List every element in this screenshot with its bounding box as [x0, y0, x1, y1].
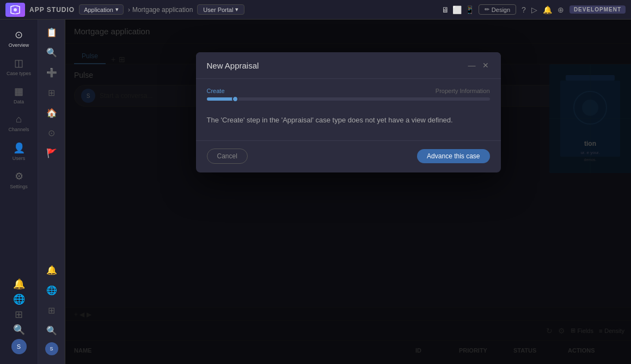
- channels-icon: ⌂: [16, 114, 22, 125]
- modal-header: New Appraisal — ✕: [196, 52, 501, 79]
- modal-close-button[interactable]: ✕: [481, 60, 490, 71]
- topbar-right: ✏ Design ? ▷ 🔔 ⊕ DEVELOPMENT: [479, 4, 626, 15]
- grid-icon[interactable]: ⊞: [15, 309, 23, 320]
- chevron-down-icon: ▾: [115, 6, 119, 13]
- topbar: APP STUDIO Application ▾ › Mortgage appl…: [0, 0, 631, 20]
- breadcrumb: › Mortgage application: [128, 6, 193, 14]
- users-icon: 👤: [13, 142, 25, 154]
- application-dropdown[interactable]: Application ▾: [79, 4, 124, 15]
- progress-fill: [207, 97, 235, 101]
- modal-minimize-button[interactable]: —: [467, 60, 477, 71]
- ss-flag-icon[interactable]: 🚩: [43, 145, 60, 162]
- cancel-button[interactable]: Cancel: [207, 149, 248, 164]
- preview-icon[interactable]: ▷: [531, 5, 537, 14]
- sidebar-item-data[interactable]: ▦ Data: [4, 82, 34, 108]
- ss-grid-icon[interactable]: ⊞: [45, 84, 58, 101]
- progress-track: [207, 97, 490, 101]
- design-icon: ✏: [485, 6, 489, 13]
- ss-home-icon[interactable]: 🏠: [43, 104, 60, 121]
- design-button[interactable]: ✏ Design: [479, 4, 516, 15]
- ss-bell-icon[interactable]: 🔔: [43, 262, 60, 279]
- advance-case-button[interactable]: Advance this case: [417, 149, 489, 163]
- sidebar-item-casetypes[interactable]: ◫ Case types: [4, 53, 34, 79]
- second-sidebar: 📋 🔍 ➕ ⊞ 🏠 ⊙ 🚩 🔔 🌐 ⊞ 🔍 S: [38, 20, 65, 364]
- left-sidebar: ⊙ Overview ◫ Case types ▦ Data ⌂ Channel…: [0, 20, 38, 364]
- sidebar-item-settings[interactable]: ⚙ Settings: [4, 166, 34, 193]
- chevron-down-icon: ▾: [235, 6, 238, 13]
- modal-title: New Appraisal: [207, 61, 259, 70]
- ss-circle-icon[interactable]: ⊙: [45, 125, 58, 141]
- breadcrumb-sep: ›: [128, 6, 130, 14]
- modal-footer: Cancel Advance this case: [196, 140, 501, 172]
- modal-message: The 'Create' step in the 'Appraisal' cas…: [207, 115, 490, 126]
- mobile-icon[interactable]: 📱: [465, 5, 474, 14]
- ss-preview-icon[interactable]: 📋: [43, 24, 60, 41]
- step-property-info-label: Property Information: [436, 88, 490, 94]
- sidebar-item-channels[interactable]: ⌂ Channels: [4, 110, 34, 136]
- step-create-label: Create: [207, 88, 225, 94]
- breadcrumb-current: Mortgage application: [132, 6, 193, 14]
- settings-icon: ⚙: [15, 170, 23, 182]
- sidebar-bottom: 🔔 🌐 ⊞ 🔍 S: [11, 278, 27, 359]
- dev-badge: DEVELOPMENT: [569, 5, 626, 14]
- svg-point-0: [14, 8, 17, 11]
- help-icon[interactable]: ?: [522, 5, 526, 14]
- notification-icon[interactable]: 🔔: [543, 5, 552, 14]
- sidebar-item-overview[interactable]: ⊙ Overview: [4, 25, 34, 51]
- sidebar-item-users[interactable]: 👤 Users: [4, 138, 34, 164]
- ss-globe-icon[interactable]: 🌐: [43, 282, 60, 299]
- overview-icon: ⊙: [15, 29, 23, 41]
- ss-search2-icon[interactable]: 🔍: [43, 322, 60, 339]
- ss-apps-icon[interactable]: ⊞: [45, 302, 58, 319]
- data-icon: ▦: [14, 85, 23, 97]
- user-avatar[interactable]: S: [11, 339, 27, 354]
- modal-overlay: New Appraisal — ✕ Create Property Inform…: [65, 20, 631, 364]
- ss-bottom: 🔔 🌐 ⊞ 🔍 S: [43, 262, 60, 360]
- new-appraisal-modal: New Appraisal — ✕ Create Property Inform…: [196, 52, 501, 172]
- globe-icon[interactable]: 🌐: [13, 293, 25, 305]
- progress-dot: [232, 96, 238, 102]
- search-icon[interactable]: 🔍: [13, 324, 25, 336]
- casetypes-icon: ◫: [14, 57, 23, 69]
- device-icons: 🖥 ⬜ 📱: [442, 5, 474, 14]
- ss-search-icon[interactable]: 🔍: [43, 44, 60, 61]
- desktop-icon[interactable]: 🖥: [442, 5, 449, 14]
- app-studio-label: APP STUDIO: [29, 6, 75, 14]
- user-portal-dropdown[interactable]: User Portal ▾: [197, 4, 244, 15]
- ss-user-avatar[interactable]: S: [45, 342, 58, 355]
- main-layout: ⊙ Overview ◫ Case types ▦ Data ⌂ Channel…: [0, 20, 631, 364]
- notification-icon[interactable]: 🔔: [13, 278, 25, 290]
- add-icon[interactable]: ⊕: [558, 5, 564, 14]
- modal-header-buttons: — ✕: [467, 60, 490, 71]
- modal-progress: Create Property Information: [196, 79, 501, 101]
- content-area: Mortgage application Pulse + ⊞ Pulse S S…: [65, 20, 631, 364]
- modal-body: The 'Create' step in the 'Appraisal' cas…: [196, 104, 501, 140]
- app-logo: [5, 3, 25, 17]
- ss-add-icon[interactable]: ➕: [43, 64, 60, 81]
- tablet-icon[interactable]: ⬜: [452, 5, 462, 14]
